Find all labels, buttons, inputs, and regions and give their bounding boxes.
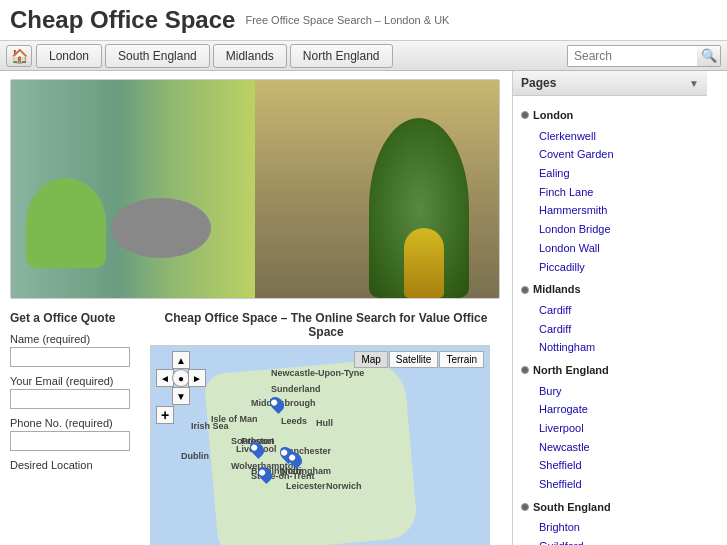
site-tagline: Free Office Space Search – London & UK	[245, 14, 449, 26]
map-btn-satellite[interactable]: Satellite	[389, 351, 439, 368]
sidebar-item-link[interactable]: Bury	[521, 382, 699, 401]
map-city-label: Leeds	[281, 416, 307, 426]
below-hero-section: Get a Office Quote Name (required) Your …	[10, 311, 502, 545]
sidebar-item-link[interactable]: Newcastle	[521, 438, 699, 457]
sidebar-item-link[interactable]: London Wall	[521, 239, 699, 258]
navigation-bar: 🏠 London South England Midlands North En…	[0, 41, 727, 71]
bullet-icon	[521, 286, 529, 294]
sidebar-item-link[interactable]: Nottingham	[521, 338, 699, 357]
sidebar-item-link[interactable]: Clerkenwell	[521, 127, 699, 146]
sidebar-item-link[interactable]: Harrogate	[521, 400, 699, 419]
sidebar-pages-content: LondonClerkenwellCovent GardenEalingFinc…	[513, 96, 707, 545]
sidebar-item-link[interactable]: Piccadilly	[521, 258, 699, 277]
hero-table	[111, 198, 211, 258]
location-label: Desired Location	[10, 459, 140, 471]
sidebar-item-link[interactable]: London Bridge	[521, 220, 699, 239]
bullet-icon	[521, 111, 529, 119]
sidebar-pages-section: Pages ▼ LondonClerkenwellCovent GardenEa…	[513, 71, 707, 545]
home-button[interactable]: 🏠	[6, 45, 32, 67]
quote-form: Get a Office Quote Name (required) Your …	[10, 311, 140, 545]
map-city-label: Hull	[316, 418, 333, 428]
sidebar-pages-title: Pages	[521, 76, 556, 90]
header: Cheap Office Space Free Office Space Sea…	[0, 0, 727, 41]
main-layout: Get a Office Quote Name (required) Your …	[0, 71, 727, 545]
map-title: Cheap Office Space – The Online Search f…	[150, 311, 502, 339]
map-city-label: Nottingham	[281, 466, 331, 476]
sidebar-pages-header[interactable]: Pages ▼	[513, 71, 707, 96]
map-zoom-plus[interactable]: +	[156, 406, 174, 424]
sidebar-category-label: North England	[533, 361, 609, 380]
sidebar-item-link[interactable]: Sheffield	[521, 475, 699, 494]
email-input[interactable]	[10, 389, 130, 409]
nav-tab-london[interactable]: London	[36, 44, 102, 68]
sidebar-item-link[interactable]: Liverpool	[521, 419, 699, 438]
content-area: Get a Office Quote Name (required) Your …	[0, 71, 512, 545]
nav-tab-midlands[interactable]: Midlands	[213, 44, 287, 68]
sidebar: Pages ▼ LondonClerkenwellCovent GardenEa…	[512, 71, 707, 545]
map-section: Cheap Office Space – The Online Search f…	[150, 311, 502, 545]
search-button[interactable]: 🔍	[697, 45, 721, 67]
sidebar-category-north-england: North England	[521, 361, 699, 380]
map-nav-down[interactable]: ▼	[172, 387, 190, 405]
sidebar-item-link[interactable]: Hammersmith	[521, 201, 699, 220]
search-wrap: 🔍	[567, 45, 721, 67]
map-btn-terrain[interactable]: Terrain	[439, 351, 484, 368]
search-input[interactable]	[567, 45, 697, 67]
sidebar-item-link[interactable]: Ealing	[521, 164, 699, 183]
sidebar-item-link[interactable]: Sheffield	[521, 456, 699, 475]
name-input[interactable]	[10, 347, 130, 367]
sidebar-category-label: Midlands	[533, 280, 581, 299]
sidebar-category-midlands: Midlands	[521, 280, 699, 299]
map-city-label: Dublin	[181, 451, 209, 461]
sidebar-item-link[interactable]: Cardiff	[521, 320, 699, 339]
bullet-icon	[521, 503, 529, 511]
sidebar-item-link[interactable]: Guildford	[521, 537, 699, 545]
nav-tab-south-england[interactable]: South England	[105, 44, 210, 68]
nav-tab-north-england[interactable]: North England	[290, 44, 393, 68]
site-title: Cheap Office Space	[10, 6, 235, 34]
sidebar-category-south-england: South England	[521, 498, 699, 517]
sidebar-category-label: London	[533, 106, 573, 125]
phone-label: Phone No. (required)	[10, 417, 140, 429]
sidebar-item-link[interactable]: Cardiff	[521, 301, 699, 320]
map-toolbar: Map Satellite Terrain	[354, 351, 484, 368]
phone-input[interactable]	[10, 431, 130, 451]
hero-vase	[404, 228, 444, 298]
map-city-label: Leicester	[286, 481, 326, 491]
map-nav-right[interactable]: ►	[188, 369, 206, 387]
sidebar-category-label: South England	[533, 498, 611, 517]
chevron-down-icon: ▼	[689, 78, 699, 89]
map-nav-up[interactable]: ▲	[172, 351, 190, 369]
map-city-label: Newcastle-Upon-Tyne	[271, 368, 364, 378]
quote-form-title: Get a Office Quote	[10, 311, 140, 325]
name-label: Name (required)	[10, 333, 140, 345]
hero-chair	[26, 178, 106, 268]
sidebar-item-link[interactable]: Finch Lane	[521, 183, 699, 202]
map-btn-map[interactable]: Map	[354, 351, 387, 368]
map-container[interactable]: Map Satellite Terrain ▲ ◄ ● ► ▼ +	[150, 345, 490, 545]
map-city-label: Norwich	[326, 481, 362, 491]
email-label: Your Email (required)	[10, 375, 140, 387]
map-city-label: Sunderland	[271, 384, 321, 394]
sidebar-item-link[interactable]: Brighton	[521, 518, 699, 537]
sidebar-item-link[interactable]: Covent Garden	[521, 145, 699, 164]
bullet-icon	[521, 366, 529, 374]
sidebar-category-london: London	[521, 106, 699, 125]
hero-image	[10, 79, 500, 299]
map-city-label: Isle of Man	[211, 414, 258, 424]
